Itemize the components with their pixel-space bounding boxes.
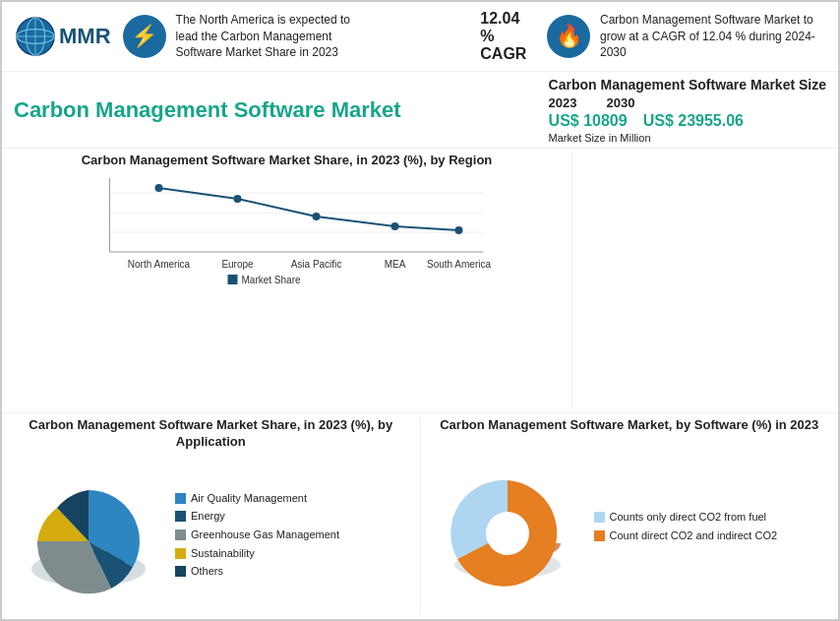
pie-right-title: Carbon Management Software Market, by So… [429, 417, 831, 434]
header-info-right: 12.04 % CAGR 🔥 Carbon Management Softwar… [480, 10, 826, 63]
svg-rect-20 [228, 275, 238, 284]
legend-dot-energy [175, 511, 186, 522]
legend-item-ghg: Greenhouse Gas Management [175, 526, 339, 544]
svg-text:Market Share: Market Share [242, 275, 301, 285]
pie-right-row: Counts only direct CO2 from fuel Count d… [429, 438, 831, 615]
pie-left-row: Air Quality Management Energy Greenhouse… [10, 455, 412, 615]
main-content: Carbon Management Software Market Share,… [2, 149, 838, 412]
pie-left-svg [10, 470, 167, 598]
logo-area: MMR [14, 15, 111, 58]
svg-text:Europe: Europe [221, 259, 254, 270]
header: MMR ⚡ The North America is expected to l… [2, 2, 838, 72]
svg-point-24 [486, 512, 529, 555]
pie-left-title: Carbon Management Software Market Share,… [10, 417, 412, 451]
legend-item-sustainability: Sustainability [175, 544, 339, 563]
header-left-text: The North America is expected to lead th… [176, 12, 373, 61]
svg-point-13 [391, 222, 399, 230]
legend-dot-aqm [175, 493, 186, 504]
left-section: Carbon Management Software Market Share,… [2, 153, 572, 408]
legend-item-direct-co2: Counts only direct CO2 from fuel [594, 508, 778, 527]
market-size-title: Carbon Management Software Market Size [549, 76, 826, 93]
line-chart-title: Carbon Management Software Market Share,… [10, 153, 564, 169]
market-size-years: 2023 2030 [549, 95, 635, 110]
market-val-2030: US$ 23955.06 [643, 112, 744, 130]
legend-dot-others [175, 566, 186, 577]
svg-point-10 [155, 184, 163, 192]
header-info-left: ⚡ The North America is expected to lead … [123, 12, 469, 61]
svg-point-14 [455, 226, 463, 234]
right-section [572, 153, 838, 408]
market-val-2023: US$ 10809 [549, 112, 628, 130]
title-row: Carbon Management Software Market Carbon… [2, 72, 838, 149]
svg-point-11 [234, 195, 242, 203]
legend-dot-ghg [175, 529, 186, 540]
legend-dot-direct [594, 512, 605, 523]
cagr-block: 12.04 % CAGR [480, 10, 537, 63]
legend-item-aqm: Air Quality Management [175, 489, 339, 508]
globe-icon [14, 15, 57, 58]
flame-icon: 🔥 [547, 15, 590, 58]
legend-dot-sustainability [175, 548, 186, 559]
legend-item-energy: Energy [175, 507, 339, 526]
line-chart-svg: North America Europe Asia Pacific MEA So… [10, 173, 564, 281]
legend-item-others: Others [175, 562, 339, 581]
cagr-value: 12.04 % CAGR [480, 10, 537, 63]
svg-text:MEA: MEA [385, 259, 406, 270]
year-2023: 2023 [549, 95, 577, 110]
market-size-unit: Market Size in Million [549, 132, 651, 144]
svg-point-12 [313, 213, 321, 220]
mmr-logo-text: MMR [59, 24, 111, 49]
legend-dot-indirect [594, 530, 605, 541]
pie-chart-software: Carbon Management Software Market, by So… [421, 417, 839, 615]
svg-text:Asia Pacific: Asia Pacific [291, 259, 342, 270]
year-2030: 2030 [607, 95, 635, 110]
market-size-values: US$ 10809 US$ 23955.06 [549, 112, 744, 130]
pie-chart-application: Carbon Management Software Market Share,… [2, 417, 421, 615]
header-right-text: Carbon Management Software Market to gro… [600, 12, 826, 61]
pie-right-svg [429, 463, 586, 590]
main-title: Carbon Management Software Market [14, 97, 549, 123]
bottom-section: Carbon Management Software Market Share,… [2, 412, 838, 619]
pie-right-legend: Counts only direct CO2 from fuel Count d… [594, 508, 778, 544]
pie-left-legend: Air Quality Management Energy Greenhouse… [175, 489, 339, 581]
svg-text:South America: South America [427, 259, 491, 270]
bolt-icon: ⚡ [123, 15, 166, 58]
svg-text:North America: North America [128, 259, 191, 270]
legend-item-direct-indirect-co2: Count direct CO2 and indirect CO2 [594, 527, 778, 545]
line-chart-area: North America Europe Asia Pacific MEA So… [10, 173, 564, 408]
market-size-block: Carbon Management Software Market Size 2… [549, 76, 826, 144]
